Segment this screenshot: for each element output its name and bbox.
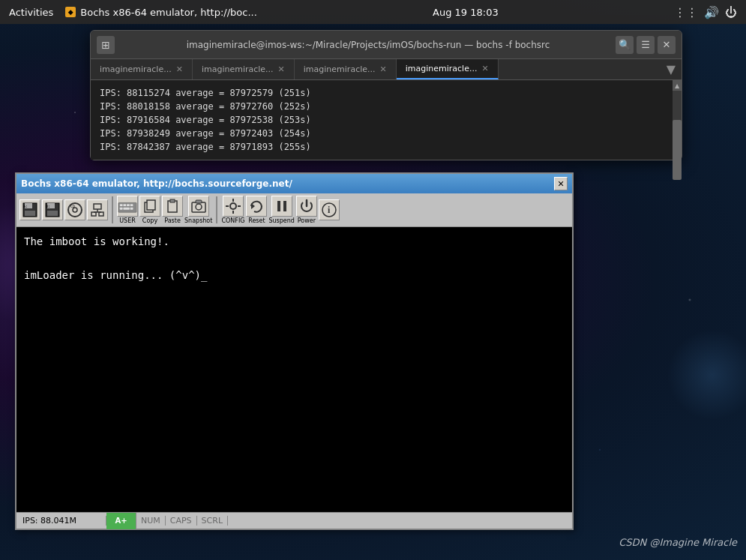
- bochs-tool-user[interactable]: USER: [117, 196, 138, 224]
- svg-rect-30: [196, 200, 202, 203]
- bochs-close-button[interactable]: ✕: [554, 177, 568, 190]
- terminal-tab-3-close[interactable]: ✕: [380, 64, 387, 74]
- bochs-cdrom-icon: CD: [64, 199, 85, 220]
- topbar: Activities ◆ Bochs x86-64 emulator, http…: [0, 0, 746, 24]
- bochs-tool-config[interactable]: CONFIG: [221, 196, 244, 224]
- scroll-thumb[interactable]: [673, 120, 682, 180]
- bochs-status-ips: IPS: 88.041M: [16, 516, 106, 526]
- bochs-config-label: CONFIG: [221, 217, 244, 224]
- bochs-tool-floppy-b[interactable]: B:: [42, 199, 63, 220]
- bochs-status-caps: CAPS: [166, 516, 197, 526]
- svg-rect-11: [94, 204, 101, 209]
- svg-point-29: [196, 204, 202, 210]
- bochs-tool-cdrom[interactable]: CD: [64, 199, 85, 220]
- svg-rect-19: [127, 204, 130, 206]
- bochs-tool-suspend[interactable]: Suspend: [268, 196, 294, 224]
- svg-rect-37: [277, 201, 280, 211]
- terminal-scrollbar[interactable]: ▲ ▼: [673, 80, 682, 160]
- bochs-snapshot-icon: [188, 196, 209, 217]
- bochs-info-icon: i: [319, 199, 340, 220]
- terminal-tab-2-close[interactable]: ✕: [278, 64, 285, 74]
- bochs-tool-reset[interactable]: Reset: [246, 196, 267, 224]
- bochs-dialog: Bochs x86-64 emulator, http://bochs.sour…: [15, 172, 574, 530]
- svg-rect-38: [283, 201, 286, 211]
- bochs-copy-icon: [139, 196, 160, 217]
- svg-point-31: [230, 203, 236, 209]
- bochs-tool-paste[interactable]: Paste: [162, 196, 183, 224]
- svg-text:B:: B:: [46, 204, 50, 208]
- terminal-tab-2[interactable]: imaginemiracle... ✕: [193, 59, 295, 79]
- terminal-tab-1-close[interactable]: ✕: [176, 64, 183, 74]
- bochs-reset-icon: [246, 196, 267, 217]
- svg-marker-36: [251, 203, 255, 209]
- bochs-title: Bochs x86-64 emulator, http://bochs.sour…: [21, 178, 292, 189]
- bochs-toolbar: A: B:: [16, 193, 572, 227]
- svg-rect-2: [25, 211, 35, 216]
- svg-rect-20: [130, 204, 133, 206]
- bochs-user-icon: [117, 196, 138, 217]
- bochs-status-led: A+: [106, 513, 136, 529]
- bochs-screen[interactable]: The imboot is working!. imLoader is runn…: [16, 227, 572, 512]
- bochs-tool-power[interactable]: Power: [296, 196, 317, 224]
- bochs-suspend-label: Suspend: [268, 217, 294, 224]
- power-icon[interactable]: ⏻: [725, 5, 737, 19]
- svg-rect-18: [123, 204, 126, 206]
- terminal-menu-button[interactable]: ☰: [637, 36, 655, 54]
- activities-button[interactable]: Activities: [9, 7, 53, 18]
- terminal-tab-4-label: imaginemiracle...: [406, 64, 478, 73]
- bochs-reset-label: Reset: [248, 217, 265, 224]
- terminal-line-4: IPS: 87938249 average = 87972403 (254s): [100, 127, 667, 140]
- scroll-track[interactable]: [673, 91, 682, 149]
- desktop: Activities ◆ Bochs x86-64 emulator, http…: [0, 0, 746, 560]
- bochs-tool-info[interactable]: i: [319, 199, 340, 220]
- bochs-snapshot-label: Snapshot: [184, 217, 212, 224]
- app-indicator: ◆ Bochs x86-64 emulator, http://boc...: [65, 7, 256, 18]
- bochs-tool-network[interactable]: [87, 199, 108, 220]
- topbar-right: ⋮⋮ 🔊 ⏻: [674, 5, 737, 19]
- terminal-menu-icon[interactable]: ⊞: [97, 36, 115, 54]
- bochs-screen-line-2: [24, 250, 565, 266]
- svg-rect-25: [147, 200, 155, 210]
- csdn-watermark: CSDN @Imagine Miracle: [619, 537, 737, 548]
- terminal-close-button[interactable]: ✕: [658, 36, 676, 54]
- topbar-left: Activities ◆ Bochs x86-64 emulator, http…: [9, 7, 257, 18]
- bochs-suspend-icon: [271, 196, 292, 217]
- bochs-statusbar: IPS: 88.041M A+ NUM CAPS SCRL: [16, 512, 572, 529]
- terminal-tab-4[interactable]: imaginemiracle... ✕: [397, 59, 499, 79]
- terminal-tab-1-label: imaginemiracle...: [100, 64, 172, 74]
- svg-rect-21: [120, 208, 123, 210]
- terminal-tab-3[interactable]: imaginemiracle... ✕: [295, 59, 397, 79]
- bochs-tool-floppy-a[interactable]: A:: [19, 199, 40, 220]
- terminal-tab-2-label: imaginemiracle...: [202, 64, 274, 74]
- terminal-line-5: IPS: 87842387 average = 87971893 (255s): [100, 140, 667, 154]
- bochs-config-icon: [223, 196, 244, 217]
- terminal-content[interactable]: IPS: 88115274 average = 87972579 (251s) …: [91, 80, 682, 160]
- terminal-tab-1[interactable]: imaginemiracle... ✕: [91, 59, 193, 79]
- terminal-line-3: IPS: 87916584 average = 87972538 (253s): [100, 113, 667, 127]
- bochs-copy-label: Copy: [142, 217, 157, 224]
- volume-icon[interactable]: 🔊: [704, 5, 719, 19]
- terminal-window-controls: 🔍 ☰ ✕: [616, 36, 676, 54]
- bochs-status-scrl: SCRL: [197, 516, 228, 526]
- bochs-tool-snapshot[interactable]: Snapshot: [184, 196, 212, 224]
- svg-rect-23: [130, 208, 133, 210]
- app-name-label: Bochs x86-64 emulator, http://boc...: [80, 7, 256, 18]
- svg-rect-6: [47, 211, 58, 216]
- terminal-search-button[interactable]: 🔍: [616, 36, 634, 54]
- bochs-status-num: NUM: [136, 516, 166, 526]
- svg-rect-17: [120, 204, 123, 206]
- bochs-user-label: USER: [119, 217, 136, 224]
- bochs-titlebar: Bochs x86-64 emulator, http://bochs.sour…: [16, 174, 572, 193]
- bochs-tool-copy[interactable]: Copy: [139, 196, 160, 224]
- tab-dropdown-button[interactable]: ▼: [661, 59, 682, 79]
- network-icon[interactable]: ⋮⋮: [674, 5, 698, 19]
- app-dot-icon: ◆: [65, 7, 76, 17]
- bochs-screen-line-3: imLoader is running... (^v^)_: [24, 267, 565, 283]
- bochs-paste-label: Paste: [164, 217, 181, 224]
- svg-rect-22: [123, 208, 129, 210]
- topbar-datetime: Aug 19 18:03: [433, 7, 499, 18]
- terminal-tab-4-close[interactable]: ✕: [481, 64, 488, 73]
- terminal-title: imaginemiracle@imos-ws:~/Miracle/Project…: [121, 40, 616, 50]
- scroll-up-button[interactable]: ▲: [673, 80, 682, 91]
- bochs-toolbar-separator-1: [112, 196, 113, 223]
